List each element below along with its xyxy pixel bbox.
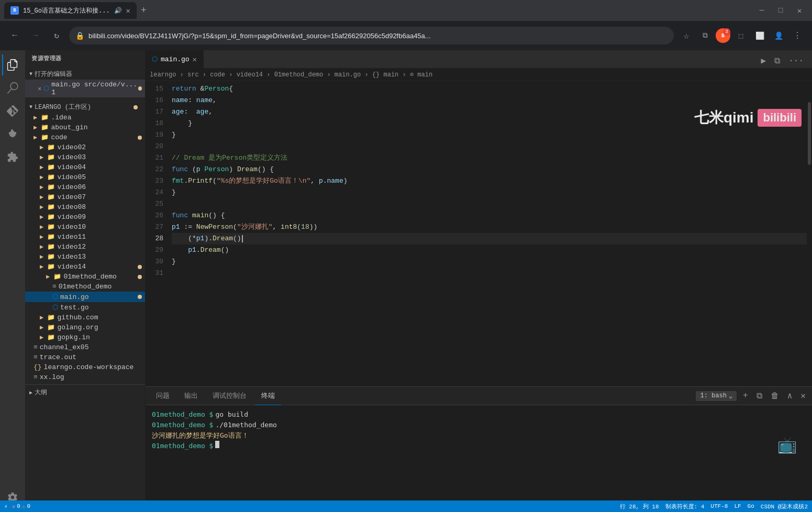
search-icon[interactable]	[2, 77, 23, 98]
tree-item-01method_demo[interactable]: ▶ 📁01method_demo	[25, 272, 145, 282]
main-go-tab[interactable]: ⬡ main.go ✕	[146, 50, 204, 68]
tree-item-about_gin[interactable]: ▶ 📁about_gin	[25, 123, 145, 132]
close-btn[interactable]: ✕	[791, 2, 808, 19]
tree-item-label: video12	[57, 243, 86, 251]
collapse-up-btn[interactable]: ∧	[785, 388, 795, 403]
errors-status[interactable]: ✕ 0 ⚠ 0	[12, 503, 30, 510]
delete-terminal-btn[interactable]: 🗑	[769, 389, 781, 403]
output-tab[interactable]: 输出	[178, 387, 204, 405]
tree-item-test.go[interactable]: ⬡test.go	[25, 302, 145, 313]
problems-tab[interactable]: 问题	[150, 387, 176, 405]
tree-item-label: about_gin	[51, 124, 87, 131]
tree-item-video11[interactable]: ▶ 📁video11	[25, 232, 145, 242]
close-panel-btn[interactable]: ✕	[798, 388, 808, 403]
encoding-text: UTF-8	[710, 503, 728, 509]
tree-item-main.go[interactable]: ⬡main.go	[25, 292, 145, 302]
back-btn[interactable]: ←	[6, 27, 23, 44]
open-file-item[interactable]: ✕ ⬡ main.go src/code/v... 1	[25, 80, 145, 97]
extensions-btn[interactable]: ⧉	[697, 27, 714, 44]
status-right: 行 28, 列 18 制表符长度: 4 UTF-8 LF Go CSDN @柒木…	[620, 503, 808, 510]
terminal-panel: 问题 输出 调试控制台 终端 1: bash ⌄ + ⧉ 🗑 ∧ ✕ 01met…	[146, 386, 812, 512]
minimize-btn[interactable]: ─	[753, 2, 770, 19]
tree-item-video07[interactable]: ▶ 📁video07	[25, 192, 145, 202]
tree-item-trace.out[interactable]: ≡trace.out	[25, 352, 145, 362]
workspace-header[interactable]: ▼ LEARNGO (工作区)	[25, 102, 145, 113]
extensions-icon[interactable]: ⬚	[732, 27, 749, 44]
tab-close-btn[interactable]: ✕	[126, 6, 130, 15]
terminal-line: 01method_demo $ ./01method_demo	[152, 420, 806, 430]
terminal-cmd: ./01method_demo	[215, 420, 276, 430]
tree-item-github.com[interactable]: ▶ 📁github.com	[25, 313, 145, 322]
forward-btn[interactable]: →	[27, 27, 44, 44]
profile-btn[interactable]: 👤	[770, 27, 787, 44]
maximize-btn[interactable]: □	[772, 2, 789, 19]
new-tab-btn[interactable]: +	[139, 3, 149, 18]
tree-item-learngo.code-workspace[interactable]: {}learngo.code-workspace	[25, 362, 145, 372]
tree-item-video10[interactable]: ▶ 📁video10	[25, 222, 145, 232]
file-tree: ▶ 📁.idea▶ 📁about_gin▶ 📁code▶ 📁video02▶ 📁…	[25, 113, 145, 382]
split-terminal-btn[interactable]: ⧉	[754, 389, 764, 403]
tree-item-code[interactable]: ▶ 📁code	[25, 132, 145, 142]
tab-favicon: B	[10, 6, 19, 15]
tree-item-video08[interactable]: ▶ 📁video08	[25, 202, 145, 212]
cast-btn[interactable]: ⬜	[751, 27, 768, 44]
tree-item-gopkg.in[interactable]: ▶ 📁gopkg.in	[25, 332, 145, 342]
line-col-status[interactable]: 行 28, 列 18	[620, 503, 659, 510]
modified-indicator	[138, 136, 142, 140]
address-bar[interactable]: 🔒 bilibili.com/video/BV1ZJ411W7jG/?p=15&…	[69, 27, 674, 44]
refresh-btn[interactable]: ↻	[48, 27, 65, 44]
tree-item-video04[interactable]: ▶ 📁video04	[25, 162, 145, 172]
explorer-icon[interactable]	[2, 54, 23, 75]
add-terminal-btn[interactable]: +	[741, 389, 750, 403]
lang-status[interactable]: Go	[748, 503, 754, 509]
tree-item-video06[interactable]: ▶ 📁video06	[25, 182, 145, 192]
tree-item-video03[interactable]: ▶ 📁video03	[25, 152, 145, 162]
line-col-text: 行 28, 列 18	[620, 503, 659, 510]
tree-item-01method_demo[interactable]: ≡01method_demo	[25, 282, 145, 292]
split-editor-btn[interactable]: ⧉	[772, 54, 782, 68]
line-ending-status[interactable]: LF	[734, 503, 741, 509]
tree-item-xx.log[interactable]: ≡xx.log	[25, 372, 145, 382]
tv-icon[interactable]: 📺	[772, 430, 802, 460]
file-icon: ≡	[34, 353, 38, 361]
scrollbar-thumb[interactable]	[808, 102, 811, 165]
extensions-activity-icon[interactable]	[2, 147, 23, 168]
open-editors-header[interactable]: ▼ 打开的编辑器	[25, 69, 145, 80]
terminal-tab[interactable]: 终端	[255, 387, 281, 405]
run-btn[interactable]: ▶	[759, 53, 769, 68]
tree-item-video13[interactable]: ▶ 📁video13	[25, 252, 145, 262]
more-actions-btn[interactable]: ···	[786, 54, 806, 68]
tree-item-label: video02	[57, 143, 86, 151]
tab-close-icon[interactable]: ✕	[193, 55, 197, 64]
menu-btn[interactable]: ⋮	[789, 27, 806, 44]
tree-item-video09[interactable]: ▶ 📁video09	[25, 212, 145, 222]
remote-icon: ⚡	[4, 503, 8, 510]
debug-console-tab[interactable]: 调试控制台	[206, 387, 253, 405]
terminal-selector-text: 1: bash	[700, 392, 726, 399]
remote-status[interactable]: ⚡	[4, 503, 8, 510]
active-tab[interactable]: B 15_Go语言基础之方法和接... 🔊 ✕	[4, 2, 137, 19]
tree-item-video14[interactable]: ▶ 📁video14	[25, 262, 145, 272]
encoding-status[interactable]: UTF-8	[710, 503, 728, 509]
close-file-icon[interactable]: ✕	[38, 85, 41, 93]
tree-item-.idea[interactable]: ▶ 📁.idea	[25, 113, 145, 123]
folder-icon: ▶ 📁	[34, 124, 49, 131]
terminal-selector[interactable]: 1: bash ⌄	[696, 391, 737, 401]
scrollbar[interactable]	[807, 81, 812, 386]
tree-item-video05[interactable]: ▶ 📁video05	[25, 172, 145, 182]
tree-item-video02[interactable]: ▶ 📁video02	[25, 142, 145, 152]
terminal-content[interactable]: 01method_demo $ go build01method_demo $ …	[146, 405, 812, 512]
tree-item-channel_ex05[interactable]: ≡channel_ex05	[25, 342, 145, 352]
debug-icon[interactable]	[2, 124, 23, 144]
line-number-31: 31	[146, 268, 163, 279]
bookmark-btn[interactable]: ☆	[678, 27, 695, 44]
tree-item-video12[interactable]: ▶ 📁video12	[25, 242, 145, 252]
lang-text: Go	[748, 503, 754, 509]
tab-size-status[interactable]: 制表符长度: 4	[665, 503, 705, 510]
tree-item-label: github.com	[57, 314, 98, 321]
outline-header[interactable]: ▶ 大纲	[25, 387, 145, 398]
git-icon[interactable]	[2, 101, 23, 121]
cursor	[242, 235, 243, 242]
tree-item-golang.org[interactable]: ▶ 📁golang.org	[25, 322, 145, 332]
feedback-status[interactable]: CSDN @柒木成槙2	[761, 503, 808, 510]
